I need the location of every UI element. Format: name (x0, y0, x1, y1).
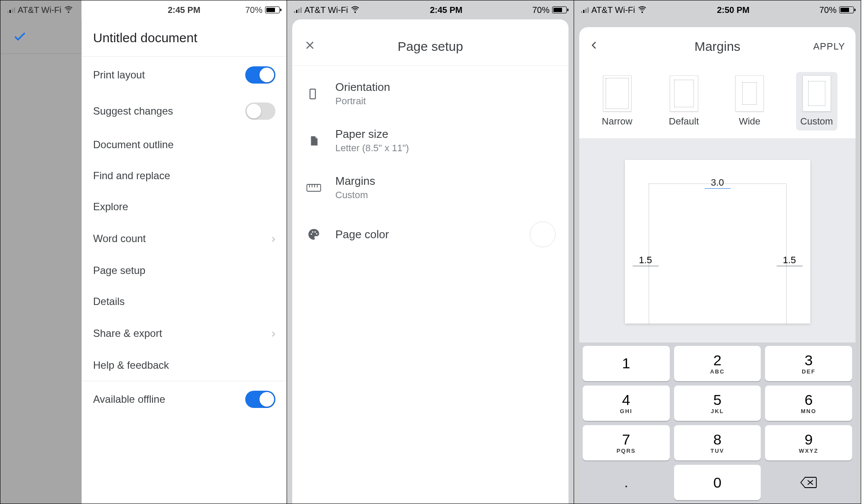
row-orientation[interactable]: Orientation Portrait (292, 70, 568, 117)
preset-default[interactable]: Default (665, 72, 703, 131)
key-backspace[interactable] (765, 465, 852, 500)
orientation-value: Portrait (335, 96, 556, 107)
margin-presets: Narrow Default Wide Custom (579, 66, 856, 138)
paper-size-label: Paper size (335, 128, 556, 141)
screen-page-setup: AT&T Wi-Fi 2:45 PM 70% Page setup Orien (287, 0, 574, 504)
document-title: Untitled document (82, 19, 287, 57)
orientation-icon (305, 87, 322, 100)
margins-value: Custom (335, 190, 556, 201)
menu-print-layout[interactable]: Print layout (82, 57, 287, 93)
key-3[interactable]: 3DEF (765, 346, 852, 381)
battery-icon (839, 6, 854, 13)
ruler-icon (305, 184, 322, 192)
menu-word-count[interactable]: Word count › (82, 222, 287, 255)
margin-right-input[interactable] (777, 255, 803, 266)
status-time: 2:45 PM (168, 5, 200, 15)
page-color-label: Page color (335, 228, 517, 241)
key-7[interactable]: 7PQRS (583, 425, 670, 460)
svg-rect-7 (307, 184, 321, 191)
close-button[interactable] (304, 39, 315, 54)
menu-share-export[interactable]: Share & export › (82, 317, 287, 350)
row-page-color[interactable]: Page color (292, 211, 568, 258)
status-bar: AT&T Wi-Fi 70% 2:45 PM 70% AT&T Wi-Fi (0, 0, 287, 19)
chevron-right-icon: › (272, 327, 275, 340)
apply-button[interactable]: APPLY (813, 41, 845, 52)
key-0[interactable]: 0 (674, 465, 761, 500)
preset-custom[interactable]: Custom (796, 72, 837, 131)
document-menu-panel: Untitled document Print layout Suggest c… (81, 19, 287, 504)
svg-rect-2 (310, 89, 315, 99)
menu-details[interactable]: Details (82, 286, 287, 317)
toggle-print-layout[interactable] (245, 66, 275, 84)
menu-page-setup[interactable]: Page setup (82, 255, 287, 286)
key-dot[interactable]: . (583, 465, 670, 500)
menu-suggest-changes[interactable]: Suggest changes (82, 93, 287, 129)
chevron-right-icon: › (272, 232, 275, 246)
menu-available-offline[interactable]: Available offline (82, 381, 287, 417)
margins-label: Margins (335, 174, 556, 188)
menu-document-outline[interactable]: Document outline (82, 129, 287, 160)
menu-explore[interactable]: Explore (82, 191, 287, 222)
preset-narrow[interactable]: Narrow (597, 72, 637, 131)
page-title: Page setup (292, 39, 568, 54)
svg-point-14 (315, 231, 316, 233)
margin-left-input[interactable] (633, 255, 659, 266)
row-paper-size[interactable]: Paper size Letter (8.5" x 11") (292, 117, 568, 164)
svg-point-15 (316, 233, 317, 234)
key-9[interactable]: 9WXYZ (765, 425, 852, 460)
key-8[interactable]: 8TUV (674, 425, 761, 460)
menu-help-feedback[interactable]: Help & feedback (82, 350, 287, 381)
carrier-label: AT&T Wi-Fi (304, 5, 348, 15)
key-6[interactable]: 6MNO (765, 386, 852, 421)
key-5[interactable]: 5JKL (674, 386, 761, 421)
key-1[interactable]: 1 (583, 346, 670, 381)
battery-pct: 70% (819, 5, 837, 15)
numeric-keypad: 1 2ABC 3DEF 4GHI 5JKL 6MNO 7PQRS 8TUV 9W… (579, 342, 856, 504)
battery-icon (552, 6, 567, 13)
paper-size-value: Letter (8.5" x 11") (335, 143, 556, 154)
preset-wide[interactable]: Wide (731, 72, 768, 131)
screen-document-menu: AT&T Wi-Fi 70% 2:45 PM 70% AT&T Wi-Fi (0, 0, 287, 504)
menu-find-replace[interactable]: Find and replace (82, 160, 287, 191)
signal-icon (294, 7, 302, 13)
key-2[interactable]: 2ABC (674, 346, 761, 381)
toggle-suggest-changes[interactable] (245, 103, 275, 120)
key-4[interactable]: 4GHI (583, 386, 670, 421)
done-check-button[interactable] (0, 19, 81, 54)
status-time: 2:50 PM (717, 5, 750, 15)
signal-icon (581, 7, 589, 13)
svg-point-12 (311, 233, 312, 235)
margin-preview (579, 138, 856, 342)
palette-icon (305, 228, 322, 241)
margin-top-input[interactable] (705, 177, 731, 189)
dimmed-underlay[interactable] (0, 19, 81, 504)
page-icon (305, 134, 322, 148)
row-margins[interactable]: Margins Custom (292, 164, 568, 211)
toggle-available-offline[interactable] (245, 391, 275, 408)
orientation-label: Orientation (335, 81, 556, 94)
wifi-icon (637, 4, 647, 16)
page-color-swatch[interactable] (530, 221, 556, 247)
battery-pct: 70% (532, 5, 550, 15)
status-bar: AT&T Wi-Fi 2:45 PM 70% (287, 0, 574, 19)
status-time: 2:45 PM (430, 5, 462, 15)
wifi-icon (350, 4, 360, 16)
status-bar: AT&T Wi-Fi 2:50 PM 70% (574, 0, 861, 19)
carrier-label: AT&T Wi-Fi (591, 5, 635, 15)
svg-point-13 (312, 231, 313, 233)
screen-margins: AT&T Wi-Fi 2:50 PM 70% Margins APPLY Nar… (574, 0, 861, 504)
